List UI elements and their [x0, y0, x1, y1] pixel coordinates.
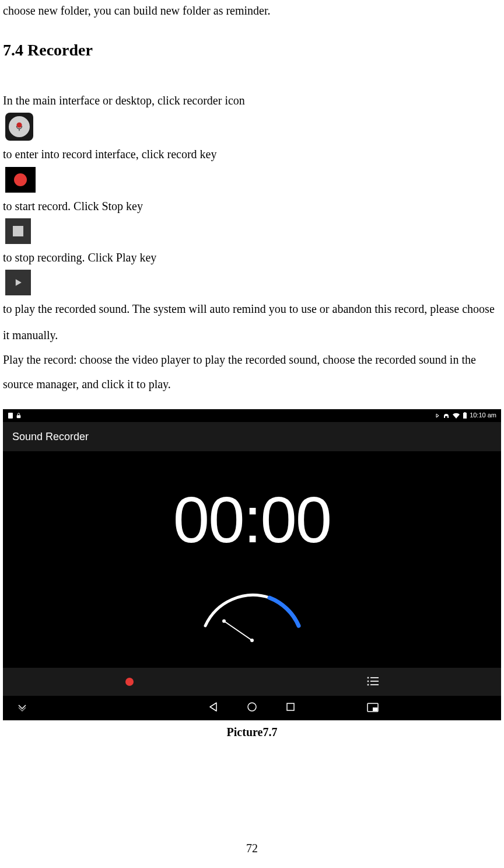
- svg-rect-11: [370, 677, 379, 678]
- svg-point-10: [368, 677, 369, 679]
- svg-rect-18: [287, 703, 294, 710]
- play-key-icon: [5, 270, 31, 295]
- back-triangle-icon: [208, 702, 219, 712]
- svg-rect-5: [463, 413, 467, 419]
- record-button[interactable]: [125, 678, 134, 686]
- figure-caption: Picture7.7: [3, 723, 501, 741]
- home-circle-icon: [247, 702, 257, 712]
- recordings-list-button[interactable]: [367, 672, 379, 691]
- status-right-icons: 10:10 am: [435, 410, 496, 421]
- svg-marker-16: [210, 703, 216, 711]
- svg-rect-20: [373, 707, 377, 711]
- mic-icon: [13, 120, 26, 133]
- nav-dismiss-button[interactable]: [17, 699, 27, 717]
- svg-point-8: [250, 639, 254, 642]
- nav-back-button[interactable]: [208, 699, 219, 717]
- para1-seg5: to play the recorded sound. The system w…: [3, 303, 495, 341]
- sim-icon: [8, 412, 13, 419]
- svg-line-7: [224, 621, 252, 640]
- svg-point-17: [248, 703, 256, 711]
- recorder-controls-bar: [3, 668, 501, 696]
- vu-meter-icon: [188, 585, 316, 655]
- stop-key-icon: [5, 218, 31, 244]
- svg-rect-13: [370, 681, 379, 682]
- android-nav-bar: [3, 696, 501, 720]
- svg-point-9: [222, 619, 226, 623]
- timer-display: 00:00: [3, 468, 501, 572]
- para1-seg4: to stop recording. Click Play key: [3, 251, 156, 264]
- app-bar: Sound Recorder: [3, 422, 501, 451]
- svg-point-14: [368, 684, 369, 686]
- recent-square-icon: [285, 702, 296, 712]
- recorder-main-area: 00:00: [3, 451, 501, 668]
- para1-seg1: In the main interface or desktop, click …: [3, 94, 245, 107]
- play-triangle-icon: [12, 277, 24, 288]
- lock-icon: [16, 412, 22, 419]
- headset-icon: [443, 412, 450, 419]
- wifi-icon: [452, 412, 460, 419]
- nav-recent-button[interactable]: [285, 699, 296, 717]
- nav-home-button[interactable]: [247, 699, 257, 717]
- vu-meter-area: [3, 572, 501, 668]
- para1-seg3: to start record. Click Stop key: [3, 200, 143, 212]
- battery-icon: [463, 412, 467, 419]
- sound-recorder-screenshot: 10:10 am Sound Recorder 00:00: [3, 409, 501, 720]
- paragraph-2: Play the record: choose the video player…: [3, 347, 501, 396]
- para1-seg2: to enter into record interface, click re…: [3, 148, 216, 161]
- svg-point-0: [16, 123, 22, 128]
- pip-icon: [367, 703, 379, 712]
- svg-rect-6: [464, 412, 466, 413]
- svg-point-12: [368, 681, 369, 682]
- status-left-icons: [8, 412, 22, 419]
- status-time: 10:10 am: [470, 410, 496, 421]
- svg-rect-15: [370, 684, 379, 685]
- paragraph-1: In the main interface or desktop, click …: [3, 87, 501, 347]
- intro-text: choose new folder, you can build new fol…: [3, 1, 501, 20]
- chevron-down-icon: [17, 702, 27, 712]
- svg-rect-3: [8, 413, 13, 419]
- bluetooth-icon: [435, 412, 440, 419]
- svg-marker-2: [16, 280, 22, 287]
- section-heading: 7.4 Recorder: [3, 37, 501, 64]
- svg-rect-4: [17, 415, 21, 418]
- list-icon: [367, 677, 379, 686]
- nav-screenshot-button[interactable]: [367, 699, 379, 717]
- page-number: 72: [246, 839, 258, 857]
- record-key-icon: [5, 167, 36, 193]
- recorder-app-icon: [5, 113, 33, 141]
- app-title: Sound Recorder: [12, 428, 89, 445]
- status-bar: 10:10 am: [3, 409, 501, 422]
